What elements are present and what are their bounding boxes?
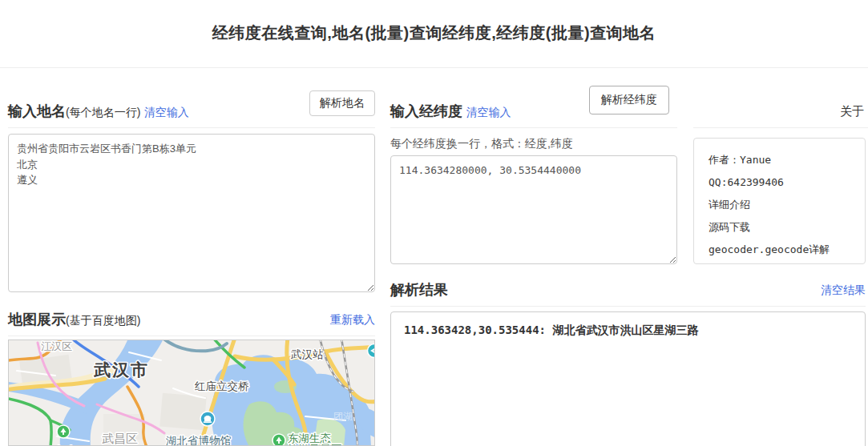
results-box: 114.363428,30.535444: 湖北省武汉市洪山区星湖三路 [390,311,866,446]
map-label-bridge: 红庙立交桥 [194,380,249,392]
clear-place-input-link[interactable]: 清空输入 [144,106,189,119]
scenic-tree-icon [273,434,285,446]
page-title: 经纬度在线查询,地名(批量)查询经纬度,经纬度(批量)查询地名 [0,22,868,44]
about-author: 作者：Yanue [709,149,850,171]
museum-icon [200,412,215,426]
park-tree-icon [57,425,70,438]
metro-icon [368,344,376,358]
parse-place-button[interactable]: 解析地名 [309,90,375,116]
top-divider [0,67,868,68]
clear-coord-input-link[interactable]: 清空输入 [466,106,511,119]
place-input-header: 输入地名(每个地名一行) 清空输入 解析地名 [8,88,375,128]
map-reload-link[interactable]: 重新载入 [330,313,375,327]
place-input-note: (每个地名一行) [66,106,140,119]
about-header: 关于 [693,88,868,128]
about-title: 关于 [840,104,864,119]
parse-coord-button[interactable]: 解析经纬度 [589,86,669,115]
coord-input-header: 输入经纬度 清空输入 解析经纬度 [390,88,677,128]
coord-input-title: 输入经纬度 [390,103,462,119]
map-label-lake: 团湖 [333,411,353,422]
about-box: 作者：Yanue QQ:642399406 详细介绍 源码下载 geocoder… [693,138,866,264]
map-label-scenic-1: 东湖生态 [288,432,331,444]
results-header: 解析结果 清空结果 [390,275,866,307]
map-label-city: 武汉市 [93,360,149,379]
results-title: 解析结果 [390,282,448,298]
about-link-geocode-doc[interactable]: geocoder.geocode详解 [709,243,830,255]
about-link-source[interactable]: 源码下载 [709,221,750,233]
baidu-map-canvas: 江汉区 武汉市 红庙立交桥 武汉站 团湖 武昌区 湖北省博物馆 东湖生态 旅游风… [9,340,375,446]
geocoder-page: 经纬度在线查询,地名(批量)查询经纬度,经纬度(批量)查询地名 输入地名(每个地… [0,0,868,446]
map-label-station: 武汉站 [290,348,324,360]
map-label-district-bottom: 武昌区 [102,432,138,445]
map-header: 地图展示(基于百度地图) 重新载入 [8,303,375,336]
map-label-museum: 湖北省博物馆 [166,435,232,446]
coord-format-hint: 每个经纬度换一行，格式：经度,纬度 [390,137,573,151]
place-input-textarea[interactable]: 贵州省贵阳市云岩区书香门第B栋3单元 北京 遵义 [8,134,375,292]
about-link-intro[interactable]: 详细介绍 [709,199,750,211]
clear-results-link[interactable]: 清空结果 [821,283,866,298]
map-title: 地图展示 [8,311,66,327]
place-input-title: 输入地名 [8,103,66,119]
baidu-map[interactable]: 江汉区 武汉市 红庙立交桥 武汉站 团湖 武昌区 湖北省博物馆 东湖生态 旅游风… [8,340,375,446]
coord-input-textarea[interactable]: 114.3634280000, 30.5354440000 [390,155,677,264]
map-label-district-top: 江汉区 [41,340,72,352]
map-note: (基于百度地图) [66,314,140,327]
result-item: 114.363428,30.535444: 湖北省武汉市洪山区星湖三路 [404,323,852,338]
about-qq: QQ:642399406 [709,171,850,194]
